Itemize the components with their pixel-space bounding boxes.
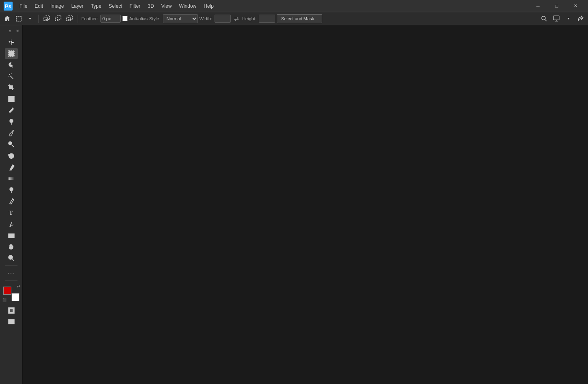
menu-image[interactable]: Image	[47, 2, 67, 10]
eyedropper-tool[interactable]	[5, 105, 18, 116]
foreground-color-swatch[interactable]	[3, 287, 11, 295]
menu-layer[interactable]: Layer	[68, 2, 87, 10]
path-selection-tool[interactable]	[5, 219, 18, 229]
feather-label: Feather:	[81, 16, 98, 21]
swap-colors-button[interactable]: ⇄	[17, 284, 20, 289]
eraser-tool[interactable]	[5, 162, 18, 173]
quick-mask-button[interactable]	[5, 305, 18, 316]
lasso-tool[interactable]	[5, 60, 18, 70]
add-to-selection-button[interactable]	[42, 14, 52, 24]
pen-tool[interactable]	[5, 196, 18, 207]
svg-point-26	[9, 112, 10, 113]
height-label: Height:	[242, 16, 256, 21]
title-bar: Ps File Edit Image Layer Type Select Fil…	[0, 0, 588, 12]
svg-line-37	[12, 259, 14, 261]
feather-input[interactable]	[100, 15, 121, 23]
shape-tool[interactable]	[5, 230, 18, 241]
background-color-swatch[interactable]	[11, 293, 20, 301]
width-label: Width:	[200, 16, 212, 21]
dodge-tool[interactable]	[5, 185, 18, 195]
anti-alias-checkbox[interactable]	[122, 16, 128, 21]
exchange-icon[interactable]: ⇄	[232, 15, 241, 22]
magic-wand-tool[interactable]	[5, 71, 18, 82]
svg-rect-12	[553, 16, 559, 20]
collapse-panel-button[interactable]: »	[7, 28, 13, 34]
window-controls: ─ □ ✕	[529, 0, 585, 12]
svg-rect-31	[9, 177, 14, 180]
svg-rect-7	[57, 16, 61, 19]
color-swatch-area: ⇄ ⬛	[2, 284, 20, 302]
clone-stamp-tool[interactable]	[5, 139, 18, 150]
menu-bar: File Edit Image Layer Type Select Filter…	[16, 2, 529, 10]
app-logo: Ps	[3, 1, 13, 11]
style-select[interactable]: Normal Fixed Ratio Fixed Size	[163, 14, 198, 23]
brush-tool[interactable]	[5, 128, 18, 138]
workspace-icon[interactable]	[551, 14, 561, 24]
separator-2	[78, 15, 78, 23]
svg-marker-3	[29, 18, 31, 19]
tools-panel: » ✕	[0, 25, 23, 384]
intersect-selection-button[interactable]	[65, 14, 74, 24]
separator-1	[38, 15, 39, 23]
frame-tool[interactable]	[5, 94, 18, 104]
canvas-area	[23, 25, 588, 384]
options-bar: Feather: Anti-alias Style: Normal Fixed …	[0, 12, 588, 25]
svg-rect-41	[10, 309, 13, 312]
menu-file[interactable]: File	[16, 2, 30, 10]
width-input[interactable]	[215, 15, 231, 23]
svg-text:T: T	[9, 210, 13, 216]
more-tools-button[interactable]: ···	[5, 268, 18, 278]
share-icon[interactable]	[576, 14, 586, 24]
history-brush-tool[interactable]	[5, 151, 18, 161]
menu-edit[interactable]: Edit	[31, 2, 46, 10]
main-area: » ✕	[0, 25, 588, 384]
healing-brush-tool[interactable]	[5, 116, 18, 127]
tool-separator	[5, 265, 17, 266]
svg-text:Ps: Ps	[5, 3, 11, 9]
select-and-mask-button[interactable]: Select and Mask...	[277, 14, 323, 23]
gradient-tool[interactable]	[5, 173, 18, 184]
text-tool[interactable]: T	[5, 207, 18, 218]
minimize-button[interactable]: ─	[529, 0, 547, 12]
marquee-tool[interactable]	[5, 48, 18, 59]
crop-tool[interactable]	[5, 82, 18, 93]
maximize-button[interactable]: □	[547, 0, 566, 12]
hand-tool[interactable]	[5, 242, 18, 252]
subtract-from-selection-button[interactable]	[53, 14, 63, 24]
default-colors-button[interactable]: ⬛	[2, 298, 7, 302]
workspace-dropdown-icon[interactable]	[564, 14, 573, 24]
svg-line-18	[9, 74, 10, 75]
menu-3d[interactable]: 3D	[144, 2, 157, 10]
svg-marker-15	[567, 18, 570, 19]
anti-alias-label: Anti-alias	[122, 16, 148, 21]
menu-window[interactable]: Window	[176, 2, 200, 10]
zoom-tool[interactable]	[5, 253, 18, 263]
move-tool[interactable]	[5, 37, 18, 47]
selection-dropdown[interactable]	[25, 14, 35, 24]
svg-rect-16	[9, 51, 14, 56]
svg-rect-2	[16, 16, 21, 21]
menu-view[interactable]: View	[158, 2, 175, 10]
svg-line-11	[545, 19, 547, 21]
menu-select[interactable]: Select	[105, 2, 125, 10]
menu-help[interactable]: Help	[200, 2, 217, 10]
new-selection-button[interactable]	[14, 14, 24, 24]
close-button[interactable]: ✕	[566, 0, 585, 12]
options-right	[539, 14, 586, 24]
menu-type[interactable]: Type	[87, 2, 104, 10]
svg-point-33	[12, 198, 13, 200]
tool-separator-2	[5, 280, 17, 281]
svg-point-32	[10, 188, 13, 191]
home-button[interactable]	[2, 14, 12, 24]
height-input[interactable]	[259, 15, 275, 23]
svg-point-10	[542, 16, 545, 20]
style-label: Style:	[149, 16, 161, 21]
search-icon[interactable]	[539, 14, 549, 24]
svg-rect-21	[10, 97, 13, 101]
svg-rect-35	[9, 234, 14, 238]
close-panel-button[interactable]: ✕	[14, 28, 21, 34]
tools-header: » ✕	[0, 27, 22, 35]
screen-mode-button[interactable]	[5, 317, 18, 327]
menu-filter[interactable]: Filter	[126, 2, 144, 10]
